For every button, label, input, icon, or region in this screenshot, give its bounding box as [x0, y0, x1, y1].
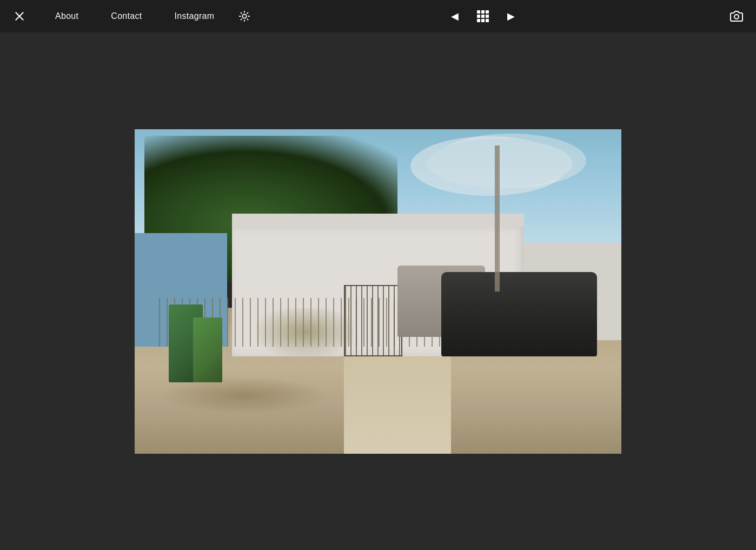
nav-instagram[interactable]: Instagram [158, 11, 231, 21]
grid-cell [481, 15, 485, 18]
grid-cell [486, 15, 489, 18]
nav-about[interactable]: About [39, 11, 95, 21]
svg-line-8 [248, 19, 248, 19]
sun-icon[interactable] [236, 8, 253, 25]
grid-cell [481, 10, 485, 14]
close-button[interactable] [11, 8, 28, 25]
grid-cell [477, 15, 480, 18]
grid-cell [486, 19, 489, 22]
nav-contact[interactable]: Contact [95, 11, 158, 21]
navbar: About Contact Instagram ◀ [0, 0, 756, 32]
main-content [0, 32, 756, 550]
svg-point-11 [734, 15, 739, 19]
svg-point-2 [243, 14, 247, 18]
photo-overlay [135, 129, 621, 454]
nav-right-area [713, 8, 745, 25]
svg-line-9 [241, 19, 242, 19]
grid-cell [477, 19, 480, 22]
grid-cell [486, 10, 489, 14]
grid-cell [477, 10, 480, 14]
camera-icon[interactable] [728, 8, 745, 25]
photo-container [135, 129, 621, 454]
photo-image [135, 129, 621, 454]
prev-button[interactable]: ◀ [447, 9, 462, 24]
grid-icon [477, 10, 489, 22]
nav-center-controls: ◀ ▶ [253, 9, 713, 24]
grid-view-button[interactable] [475, 9, 490, 24]
next-button[interactable]: ▶ [503, 9, 519, 24]
svg-line-10 [248, 13, 248, 14]
svg-line-7 [241, 13, 242, 14]
grid-cell [481, 19, 485, 22]
